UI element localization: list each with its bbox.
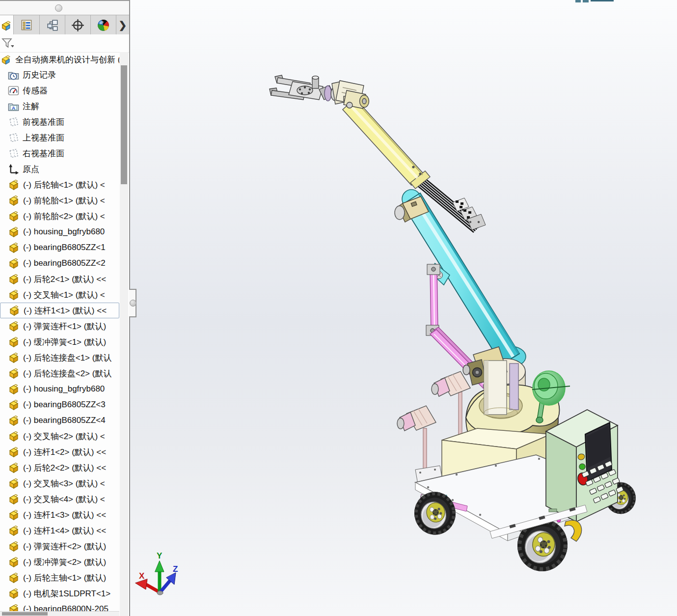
gripper[interactable] xyxy=(270,75,369,109)
tree-component[interactable]: (-) 连杆1<2> (默认) << xyxy=(0,444,119,460)
tree-item-right-plane[interactable]: 右视基准面 xyxy=(0,145,119,161)
triad-y-label: Y xyxy=(157,551,162,560)
part-icon xyxy=(8,540,20,552)
scrollbar-thumb[interactable] xyxy=(121,65,127,184)
tree-component[interactable]: (-) 电机架1SLDPRT<1> xyxy=(0,586,119,601)
part-icon xyxy=(8,179,20,191)
tree-component[interactable]: (-) bearingB6805ZZ<4 xyxy=(0,413,119,428)
tree-component[interactable]: (-) 弹簧连杆<2> (默认) xyxy=(0,538,119,554)
tree-component[interactable]: (-) housing_bgfryb680 xyxy=(0,381,119,397)
scrollbar-thumb[interactable] xyxy=(2,612,48,616)
tree-component[interactable]: (-) 后轮2<1> (默认) << xyxy=(0,271,119,287)
part-icon xyxy=(8,556,20,568)
tree-item-annotations[interactable]: 注解 xyxy=(0,98,119,114)
tree-component[interactable]: (-) housing_bgfryb680 xyxy=(0,224,119,240)
clipped-toolbar-fragment xyxy=(575,0,581,2)
tree-component[interactable]: (-) 缓冲弹簧<2> (默认) xyxy=(0,554,119,570)
tree-component[interactable]: (-) bearingB6805ZZ<2 xyxy=(0,255,119,271)
part-icon xyxy=(8,273,20,285)
origin-axes-icon xyxy=(8,164,19,175)
part-icon xyxy=(8,367,20,379)
tree-component[interactable]: (-) 缓冲弹簧<1> (默认) xyxy=(0,334,119,350)
feature-manager-panel: ❯ 全自动摘果机的设计与创新 ( 历史记录 传感器 注解 xyxy=(0,0,130,616)
triad-x-label: X xyxy=(139,571,145,581)
part-icon xyxy=(8,383,20,395)
tree-component[interactable]: (-) bearingB6805ZZ<1 xyxy=(0,240,119,255)
tab-overflow-arrow[interactable]: ❯ xyxy=(116,15,129,35)
tree-root-assembly[interactable]: 全自动摘果机的设计与创新 ( xyxy=(0,52,119,67)
filter-funnel-icon[interactable] xyxy=(1,37,14,50)
part-icon xyxy=(8,336,20,348)
graphics-viewport[interactable]: X Y Z xyxy=(130,0,677,616)
part-cube-icon xyxy=(1,20,12,31)
splitter-dot-icon[interactable] xyxy=(55,4,62,12)
part-icon xyxy=(8,305,20,316)
part-icon xyxy=(8,242,20,253)
feature-tree: 全自动摘果机的设计与创新 ( 历史记录 传感器 注解 前视基准面 上视基准面 xyxy=(0,52,119,612)
tree-component[interactable]: (-) bearingB6805ZZ<3 xyxy=(0,397,119,413)
part-icon xyxy=(8,352,20,364)
hierarchy-icon xyxy=(46,19,59,31)
splitter-dot-icon xyxy=(130,300,136,307)
tree-component[interactable]: (-) 前轮胎<1> (默认) < xyxy=(0,193,119,208)
tab-display-manager[interactable] xyxy=(91,15,116,35)
tab-feature-manager[interactable] xyxy=(0,15,14,35)
tree-component[interactable]: (-) 前轮胎<2> (默认) < xyxy=(0,208,119,224)
tab-dimxpert-manager[interactable] xyxy=(65,15,91,35)
tree-component[interactable]: (-) 连杆1<4> (默认) << xyxy=(0,523,119,538)
assembly-title: 全自动摘果机的设计与创新 ( xyxy=(15,54,119,65)
part-icon xyxy=(8,257,20,269)
part-icon xyxy=(8,399,20,411)
tree-item-top-plane[interactable]: 上视基准面 xyxy=(0,130,119,145)
tree-item-sensors[interactable]: 传感器 xyxy=(0,83,119,98)
tree-vertical-scrollbar[interactable] xyxy=(120,52,128,616)
triad-z-label: Z xyxy=(173,564,178,574)
tree-component[interactable]: (-) 交叉轴<1> (默认) < xyxy=(0,287,119,303)
part-icon xyxy=(8,210,20,222)
tree-item-history[interactable]: 历史记录 xyxy=(0,67,119,83)
upper-arm[interactable] xyxy=(343,98,430,189)
part-icon xyxy=(8,195,20,206)
annotation-folder-icon xyxy=(8,101,19,112)
solidworks-window: X Y Z xyxy=(0,0,677,616)
part-icon xyxy=(8,430,20,442)
clipped-toolbar-fragment xyxy=(583,0,589,2)
panel-top-splitter[interactable] xyxy=(0,0,129,16)
plane-icon xyxy=(8,132,19,143)
tree-horizontal-scrollbar[interactable] xyxy=(0,611,119,616)
part-icon xyxy=(8,509,20,521)
tree-component[interactable]: (-) 后轮2<2> (默认) << xyxy=(0,460,119,476)
plane-icon xyxy=(8,148,19,159)
tree-component[interactable]: (-) 弹簧连杆<1> (默认) xyxy=(0,318,119,334)
tree-component[interactable]: (-) 后轮连接盘<2> (默认 xyxy=(0,365,119,381)
tree-component-clipped[interactable]: (-) bearingB6800N-205 xyxy=(0,601,119,612)
plane-icon xyxy=(8,116,19,128)
manager-tab-bar: ❯ xyxy=(0,15,129,35)
sensor-gauge-icon xyxy=(8,85,19,96)
tree-component[interactable]: (-) 后轮主轴<1> (默认) xyxy=(0,570,119,586)
tree-item-origin[interactable]: 原点 xyxy=(0,161,119,177)
list-icon xyxy=(20,19,33,31)
display-sphere-icon xyxy=(97,19,110,32)
part-icon xyxy=(8,572,20,584)
part-icon xyxy=(8,588,20,599)
mast[interactable] xyxy=(484,361,518,415)
part-icon xyxy=(8,320,20,332)
part-icon xyxy=(8,226,20,238)
tab-property-manager[interactable] xyxy=(14,15,40,35)
tree-component[interactable]: (-) 交叉轴<2> (默认) < xyxy=(0,428,119,444)
panel-splitter-handle[interactable] xyxy=(129,289,136,317)
tree-component[interactable]: (-) 后轮连接盘<1> (默认 xyxy=(0,350,119,365)
part-icon xyxy=(8,415,20,426)
assembly-model[interactable]: X Y Z xyxy=(130,0,677,616)
tab-configuration-manager[interactable] xyxy=(40,15,65,35)
origin-triad: X Y Z xyxy=(135,551,178,595)
tree-component[interactable]: (-) 交叉轴<3> (默认) < xyxy=(0,476,119,491)
tree-component[interactable]: (-) 交叉轴<4> (默认) < xyxy=(0,491,119,507)
assembly-icon xyxy=(1,54,12,65)
tree-component[interactable]: (-) 连杆1<3> (默认) << xyxy=(0,507,119,523)
tree-item-front-plane[interactable]: 前视基准面 xyxy=(0,114,119,130)
history-folder-icon xyxy=(8,69,19,81)
tree-component[interactable]: (-) 后轮轴<1> (默认) < xyxy=(0,177,119,193)
tree-component-selected[interactable]: (-) 连杆1<1> (默认) << xyxy=(0,303,119,318)
